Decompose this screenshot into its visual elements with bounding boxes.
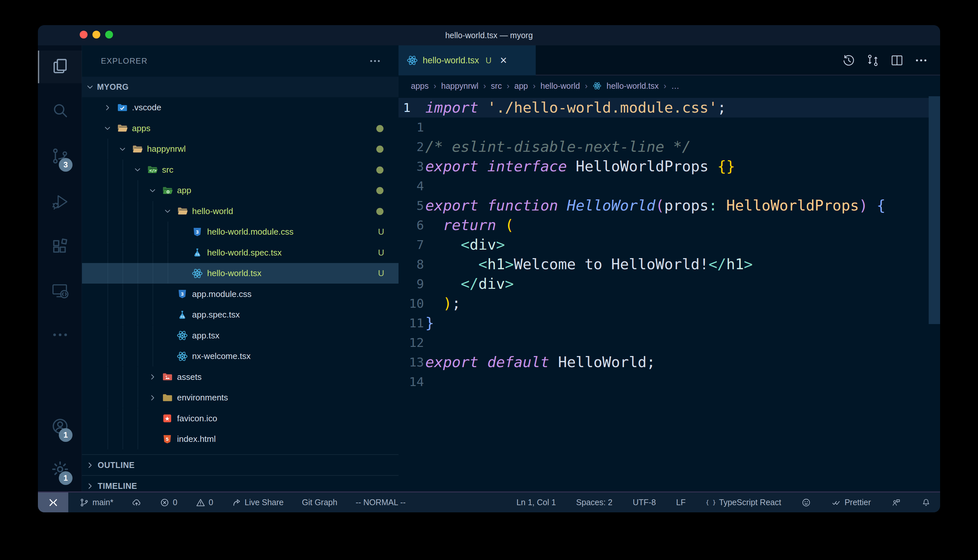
tree-item-favicon-ico[interactable]: ★favicon.ico xyxy=(82,408,398,429)
editor-scrollbar[interactable] xyxy=(929,96,940,324)
status-item-feedback-person[interactable] xyxy=(891,498,901,507)
tree-item-label: app.module.css xyxy=(192,284,251,305)
breadcrumb-item-file[interactable]: hello-world.tsx xyxy=(607,81,659,91)
explorer-more-actions-icon[interactable] xyxy=(368,45,381,77)
code-line-9: 8 <h1>Welcome to HelloWorld!</h1> xyxy=(398,255,940,274)
code-editor[interactable]: 1import './hello-world.module.css';12/* … xyxy=(398,96,940,492)
tab-hello-world-tsx[interactable]: hello-world.tsx U × xyxy=(398,45,536,75)
status-item-indentation[interactable]: Spaces: 2 xyxy=(576,498,612,507)
liveshare-icon xyxy=(232,498,241,507)
indent-guide xyxy=(152,346,153,367)
test-icon: TS xyxy=(176,305,188,325)
status-item-errors[interactable]: 0 xyxy=(160,498,177,507)
status-item-eol[interactable]: LF xyxy=(676,498,685,507)
tree-item-hello-world-spec-tsx[interactable]: TShello-world.spec.tsxU xyxy=(82,242,398,263)
more-actions-icon[interactable] xyxy=(914,53,928,68)
status-item-sync[interactable] xyxy=(132,498,141,507)
indent-guide xyxy=(122,387,123,408)
tree-item-app-spec-tsx[interactable]: TSapp.spec.tsx xyxy=(82,305,398,325)
status-item-notifications[interactable] xyxy=(921,498,931,507)
activity-item-accounts[interactable]: 1 xyxy=(38,410,82,443)
indent-guide xyxy=(152,284,153,305)
remote-indicator[interactable] xyxy=(38,492,68,512)
activity-item-remote-explorer[interactable] xyxy=(38,275,82,308)
svg-text:★: ★ xyxy=(165,415,170,422)
status-item-git-branch[interactable]: main* xyxy=(79,498,113,507)
breadcrumb-item-src[interactable]: src xyxy=(491,81,502,91)
tree-item-src[interactable]: </>src xyxy=(82,160,398,180)
tree-item-app[interactable]: app xyxy=(82,180,398,201)
open-changes-icon[interactable] xyxy=(866,53,880,68)
status-item-label: UTF-8 xyxy=(633,498,656,507)
tree-item-environments[interactable]: environments xyxy=(82,387,398,408)
tree-item-index-html[interactable]: 5index.html xyxy=(82,429,398,449)
indent-guide xyxy=(107,325,108,346)
tree-item-hello-world-tsx[interactable]: hello-world.tsxU xyxy=(82,263,398,283)
close-tab-icon[interactable]: × xyxy=(500,55,507,66)
split-editor-icon[interactable] xyxy=(890,53,904,68)
status-item-label: TypeScript React xyxy=(719,498,781,507)
breadcrumb-item-app[interactable]: app xyxy=(514,81,528,91)
workspace-section-header[interactable]: MYORG xyxy=(82,77,398,97)
react-icon xyxy=(406,55,418,66)
timeline-section-header[interactable]: TIMELINE xyxy=(82,475,398,492)
activity-item-extensions[interactable] xyxy=(38,231,82,263)
status-item-label: 0 xyxy=(173,498,177,507)
status-item-vim-mode[interactable]: -- NORMAL -- xyxy=(356,498,406,507)
activity-item-explorer[interactable] xyxy=(38,51,82,83)
code-line-text: ); xyxy=(425,294,461,313)
activity-item-settings[interactable]: 1 xyxy=(38,453,82,486)
status-item-language-mode[interactable]: { }TypeScript React xyxy=(706,498,781,507)
tree-item-apps[interactable]: apps xyxy=(82,118,398,139)
svg-text:{ }: { } xyxy=(706,499,716,505)
tree-item-app-module-css[interactable]: 3app.module.css xyxy=(82,284,398,305)
indent-guide xyxy=(122,429,123,449)
outline-section-header[interactable]: OUTLINE xyxy=(82,454,398,475)
indent-guide xyxy=(152,325,153,346)
activity-item-run-debug[interactable] xyxy=(38,186,82,218)
status-item-prettier[interactable]: Prettier xyxy=(831,498,871,507)
breadcrumb-item-happynrwl[interactable]: happynrwl xyxy=(441,81,478,91)
status-item-encoding[interactable]: UTF-8 xyxy=(633,498,656,507)
breadcrumb-item-apps[interactable]: apps xyxy=(411,81,428,91)
line-number: 2 xyxy=(403,137,424,157)
status-bar: main*00Live ShareGit Graph-- NORMAL -- L… xyxy=(38,492,940,512)
indent-guide xyxy=(137,325,138,346)
indent-guide xyxy=(122,263,123,283)
tree-item--vscode[interactable]: .vscode xyxy=(82,97,398,118)
status-item-live-share[interactable]: Live Share xyxy=(232,498,284,507)
tree-item-happynrwl[interactable]: happynrwl xyxy=(82,139,398,159)
status-item-cursor-position[interactable]: Ln 1, Col 1 xyxy=(517,498,556,507)
breadcrumb-more[interactable]: … xyxy=(671,81,679,91)
activity-item-search[interactable] xyxy=(38,95,82,127)
activity-item-source-control[interactable]: 3 xyxy=(38,140,82,173)
activity-item-more-views[interactable] xyxy=(38,319,82,352)
line-number: 6 xyxy=(403,215,424,235)
history-icon[interactable] xyxy=(841,53,856,68)
folder-tan-open xyxy=(131,139,143,159)
tree-item-hello-world-module-css[interactable]: 3hello-world.module.cssU xyxy=(82,222,398,242)
tree-item-assets[interactable]: assets xyxy=(82,367,398,387)
indent-guide xyxy=(107,387,108,408)
line-number: 4 xyxy=(403,176,424,196)
code-line-text: export function HelloWorld(props: HelloW… xyxy=(425,196,886,215)
svg-text:3: 3 xyxy=(181,291,184,297)
html-icon: 5 xyxy=(161,429,173,449)
indent-guide xyxy=(122,346,123,367)
status-item-label: Prettier xyxy=(844,498,871,507)
line-number: 10 xyxy=(403,294,424,313)
status-item-label: 0 xyxy=(209,498,213,507)
tree-item-hello-world[interactable]: hello-world xyxy=(82,201,398,222)
tab-label: hello-world.tsx xyxy=(423,55,479,66)
breadcrumb-item-hello-world[interactable]: hello-world xyxy=(541,81,580,91)
code-line-4: 3export interface HelloWorldProps {} xyxy=(398,157,940,176)
tree-item-app-tsx[interactable]: app.tsx xyxy=(82,325,398,346)
code-line-15: 14 xyxy=(398,372,940,392)
sidebar-title: EXPLORER xyxy=(101,45,148,77)
status-item-feedback-smiley[interactable] xyxy=(801,498,811,507)
line-number: 7 xyxy=(403,235,424,255)
status-item-warnings[interactable]: 0 xyxy=(196,498,213,507)
folder-app xyxy=(161,180,173,201)
tree-item-nx-welcome-tsx[interactable]: nx-welcome.tsx xyxy=(82,346,398,367)
status-item-git-graph[interactable]: Git Graph xyxy=(302,498,337,507)
